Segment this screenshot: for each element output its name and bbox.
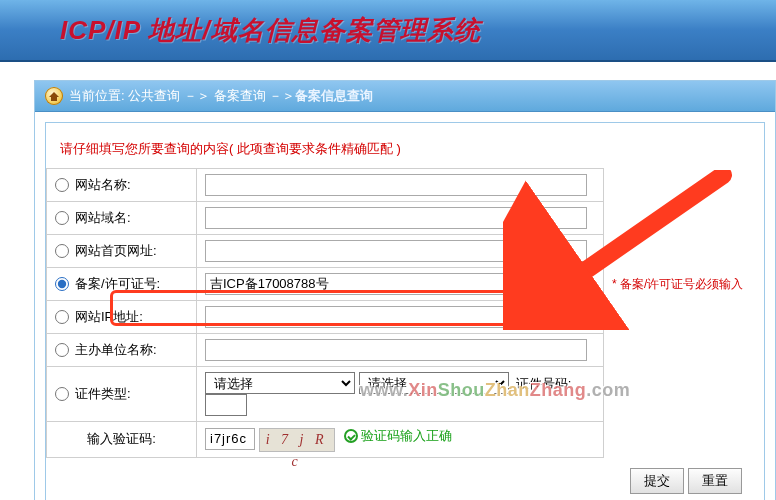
row-site-domain: 网站域名: (47, 202, 764, 235)
home-icon (45, 87, 63, 105)
row-site-name: 网站名称: (47, 169, 764, 202)
check-icon (344, 429, 358, 443)
label-org: 主办单位名称: (75, 341, 157, 359)
radio-site-name[interactable] (55, 178, 69, 192)
query-form: 网站名称: 网站域名: 网站首页网址: (46, 168, 764, 458)
row-cert: 证件类型: 请选择 请选择 证件号码: (47, 367, 764, 422)
label-site-ip: 网站IP地址: (75, 308, 143, 326)
select-cert-type-2[interactable]: 请选择 (359, 372, 509, 394)
label-site-name: 网站名称: (75, 176, 131, 194)
input-captcha[interactable] (205, 428, 255, 450)
radio-org[interactable] (55, 343, 69, 357)
radio-site-ip[interactable] (55, 310, 69, 324)
label-site-url: 网站首页网址: (75, 242, 157, 260)
input-icp-no[interactable] (205, 273, 587, 295)
input-cert-idno[interactable] (205, 394, 247, 416)
form-panel: 请仔细填写您所要查询的内容( 此项查询要求条件精确匹配 ) 网站名称: 网站域名… (45, 122, 765, 500)
breadcrumb-sep: －＞ (184, 87, 210, 105)
radio-site-domain[interactable] (55, 211, 69, 225)
captcha-ok: 验证码输入正确 (344, 427, 452, 445)
radio-icp-no[interactable] (55, 277, 69, 291)
row-icp-no: 备案/许可证号: * 备案/许可证号必须输入 (47, 268, 764, 301)
note-icp-no: * 备案/许可证号必须输入 (604, 268, 764, 301)
row-captcha: 输入验证码: i 7 j R c 验证码输入正确 (47, 422, 764, 458)
breadcrumb: 当前位置: 公共查询 －＞ 备案查询 －＞ 备案信息查询 (35, 81, 775, 112)
input-site-ip[interactable] (205, 306, 587, 328)
captcha-ok-text: 验证码输入正确 (361, 427, 452, 445)
breadcrumb-sep: －＞ (269, 87, 295, 105)
input-org[interactable] (205, 339, 587, 361)
breadcrumb-link-public[interactable]: 公共查询 (128, 87, 180, 105)
radio-cert[interactable] (55, 387, 69, 401)
label-cert: 证件类型: (75, 385, 131, 403)
radio-site-url[interactable] (55, 244, 69, 258)
row-org: 主办单位名称: (47, 334, 764, 367)
submit-button[interactable]: 提交 (630, 468, 684, 494)
captcha-image[interactable]: i 7 j R c (259, 428, 335, 452)
row-site-ip: 网站IP地址: (47, 301, 764, 334)
label-icp-no: 备案/许可证号: (75, 275, 160, 293)
label-captcha: 输入验证码: (87, 431, 156, 446)
label-site-domain: 网站域名: (75, 209, 131, 227)
input-site-url[interactable] (205, 240, 587, 262)
breadcrumb-current: 备案信息查询 (295, 87, 373, 105)
header: ICP/IP 地址/域名信息备案管理系统 (0, 0, 776, 62)
button-row: 提交 重置 (46, 458, 764, 494)
breadcrumb-label: 当前位置: (69, 87, 125, 105)
row-site-url: 网站首页网址: (47, 235, 764, 268)
reset-button[interactable]: 重置 (688, 468, 742, 494)
form-instruction: 请仔细填写您所要查询的内容( 此项查询要求条件精确匹配 ) (46, 137, 764, 168)
select-cert-type-1[interactable]: 请选择 (205, 372, 355, 394)
app-title: ICP/IP 地址/域名信息备案管理系统 (60, 13, 481, 48)
main-panel: 当前位置: 公共查询 －＞ 备案查询 －＞ 备案信息查询 请仔细填写您所要查询的… (34, 80, 776, 500)
input-site-domain[interactable] (205, 207, 587, 229)
breadcrumb-link-record[interactable]: 备案查询 (214, 87, 266, 105)
input-site-name[interactable] (205, 174, 587, 196)
label-cert-idno: 证件号码: (516, 376, 572, 391)
